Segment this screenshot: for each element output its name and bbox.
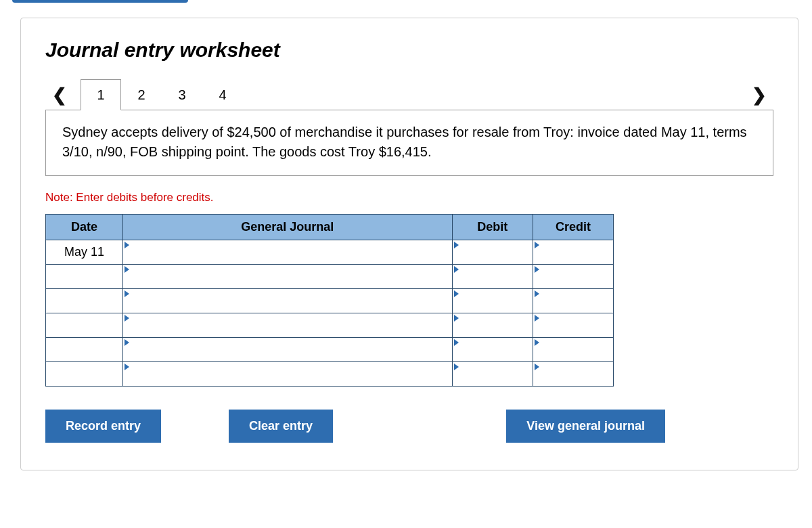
- credit-cell[interactable]: [533, 240, 613, 265]
- header-date: Date: [46, 215, 123, 240]
- tab-2[interactable]: 2: [121, 79, 162, 110]
- credit-cell[interactable]: [533, 338, 613, 362]
- gj-cell[interactable]: [122, 265, 452, 289]
- button-left-group: Record entry Clear entry: [45, 410, 333, 443]
- transaction-description: Sydney accepts delivery of $24,500 of me…: [45, 110, 773, 176]
- table-row: [46, 313, 614, 338]
- debit-cell[interactable]: [452, 362, 533, 387]
- note-text: Note: Enter debits before credits.: [45, 191, 773, 204]
- header-credit: Credit: [533, 215, 613, 240]
- debit-cell[interactable]: [452, 313, 533, 338]
- debit-cell[interactable]: [452, 338, 533, 362]
- credit-cell[interactable]: [533, 362, 613, 387]
- top-accent-bar: [12, 0, 188, 3]
- date-cell[interactable]: [46, 362, 123, 387]
- date-cell[interactable]: [46, 338, 123, 362]
- date-cell[interactable]: May 11: [46, 240, 123, 265]
- date-cell[interactable]: [46, 265, 123, 289]
- debit-cell[interactable]: [452, 289, 533, 313]
- date-cell[interactable]: [46, 313, 123, 338]
- header-debit: Debit: [452, 215, 533, 240]
- worksheet-card: Journal entry worksheet ❮ 1 2 3 4 ❯ Sydn…: [20, 18, 798, 470]
- header-general-journal: General Journal: [122, 215, 452, 240]
- next-chevron-icon[interactable]: ❯: [745, 81, 773, 110]
- prev-chevron-icon[interactable]: ❮: [45, 81, 74, 110]
- gj-cell[interactable]: [122, 313, 452, 338]
- table-row: [46, 265, 614, 289]
- gj-cell[interactable]: [122, 289, 452, 313]
- gj-cell[interactable]: [122, 240, 452, 265]
- record-entry-button[interactable]: Record entry: [45, 410, 161, 443]
- tabs-row: ❮ 1 2 3 4 ❯: [45, 79, 773, 110]
- date-cell[interactable]: [46, 289, 123, 313]
- view-general-journal-button[interactable]: View general journal: [506, 410, 665, 443]
- tab-4[interactable]: 4: [202, 79, 243, 110]
- tab-3[interactable]: 3: [162, 79, 202, 110]
- debit-cell[interactable]: [452, 240, 533, 265]
- table-row: [46, 338, 614, 362]
- button-row: Record entry Clear entry View general jo…: [45, 410, 665, 443]
- tabs-left-group: ❮ 1 2 3 4: [45, 79, 243, 110]
- gj-cell[interactable]: [122, 362, 452, 387]
- debit-cell[interactable]: [452, 265, 533, 289]
- tab-1[interactable]: 1: [81, 79, 121, 110]
- credit-cell[interactable]: [533, 289, 613, 313]
- page-title: Journal entry worksheet: [45, 39, 773, 62]
- table-row: May 11: [46, 240, 614, 265]
- table-row: [46, 289, 614, 313]
- tabs-list: 1 2 3 4: [81, 79, 243, 110]
- gj-cell[interactable]: [122, 338, 452, 362]
- clear-entry-button[interactable]: Clear entry: [229, 410, 333, 443]
- credit-cell[interactable]: [533, 265, 613, 289]
- table-row: [46, 362, 614, 387]
- journal-table: Date General Journal Debit Credit May 11: [45, 214, 614, 387]
- credit-cell[interactable]: [533, 313, 613, 338]
